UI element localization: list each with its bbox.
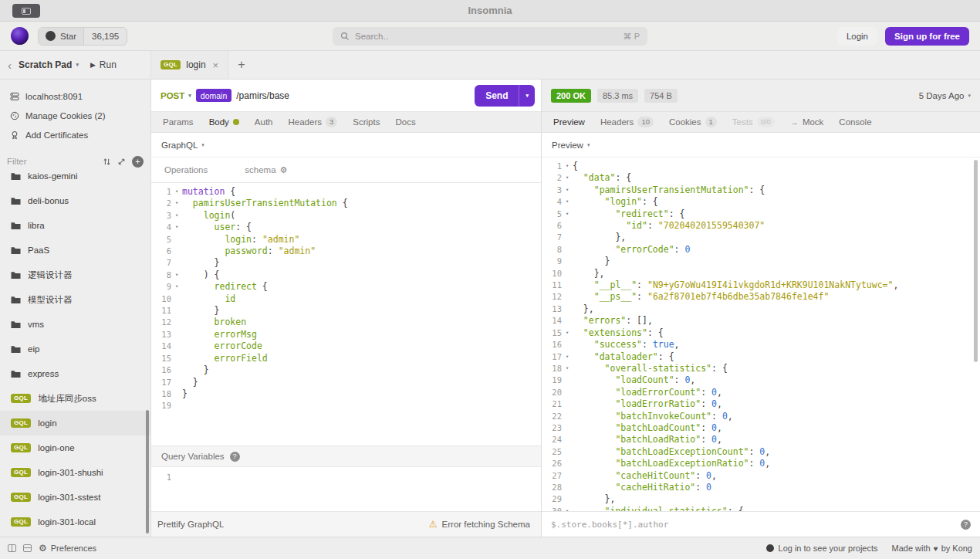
- search-input[interactable]: Search.. ⌘ P: [333, 27, 647, 46]
- sort-icon[interactable]: [103, 158, 111, 166]
- response-tab-headers[interactable]: Headers10: [593, 112, 661, 132]
- url-input[interactable]: /pamirs/base: [236, 90, 289, 101]
- fold-arrow-icon[interactable]: ▾: [562, 506, 573, 511]
- fold-arrow-icon[interactable]: ▾: [562, 363, 573, 374]
- send-options-icon[interactable]: ▾: [519, 93, 535, 99]
- send-button[interactable]: Send ▾: [475, 85, 535, 107]
- login-button[interactable]: Login: [837, 27, 877, 46]
- github-star-button[interactable]: Star 36,195: [38, 27, 127, 46]
- fold-arrow-icon: [562, 374, 573, 386]
- filter-input[interactable]: [7, 154, 96, 169]
- login-hint[interactable]: Log in to see your projects: [766, 544, 878, 553]
- fold-arrow-icon[interactable]: ▾: [562, 185, 573, 196]
- response-tab-tests[interactable]: Tests0/0: [725, 112, 782, 132]
- help-icon[interactable]: ?: [230, 452, 240, 462]
- fold-arrow-icon: [562, 244, 573, 256]
- fold-arrow-icon[interactable]: ▾: [562, 327, 573, 339]
- sidebar-item-地址库同步oss[interactable]: GQL地址库同步oss: [0, 386, 150, 411]
- request-tab-auth[interactable]: Auth: [247, 112, 281, 132]
- cookie-icon: [10, 111, 19, 120]
- request-tab-headers[interactable]: Headers3: [281, 112, 346, 132]
- sidebar-item-login-301-shushi[interactable]: GQLlogin-301-shushi: [0, 460, 150, 485]
- insomnia-logo[interactable]: [11, 27, 29, 45]
- fold-arrow-icon[interactable]: ▾: [171, 281, 182, 293]
- sidebar-item-login-301-sstest[interactable]: GQLlogin-301-sstest: [0, 485, 150, 510]
- console-toggle-icon[interactable]: [8, 544, 16, 552]
- response-filter-input[interactable]: [551, 520, 955, 530]
- response-panel: 200 OK 85.3 ms 754 B 5 Days Ago ▾ Previe…: [542, 80, 980, 537]
- fold-arrow-icon[interactable]: ▾: [562, 172, 573, 184]
- response-tab-mock[interactable]: →Mock: [782, 112, 831, 132]
- signup-button[interactable]: Sign up for free: [885, 27, 969, 46]
- code-line: 22 "batchInvokeCount": 0,: [542, 411, 980, 422]
- fold-arrow-icon[interactable]: ▾: [171, 222, 182, 233]
- preview-mode-dropdown[interactable]: Preview ▾: [542, 133, 980, 158]
- line-number: 18: [542, 363, 562, 374]
- preferences-button[interactable]: ⚙ Preferences: [39, 543, 96, 554]
- sidebar-item-login-one[interactable]: GQLlogin-one: [0, 435, 150, 460]
- run-button[interactable]: ▶ Run: [90, 59, 117, 70]
- new-tab-button[interactable]: +: [238, 58, 245, 72]
- fold-arrow-icon[interactable]: ▾: [562, 161, 573, 172]
- body-type-dropdown[interactable]: GraphQL ▾: [151, 133, 541, 158]
- query-variables-editor[interactable]: 1: [151, 467, 541, 511]
- help-icon[interactable]: ?: [961, 520, 971, 530]
- fold-arrow-icon[interactable]: ▾: [171, 210, 182, 222]
- search-placeholder: Search..: [355, 32, 388, 41]
- sidebar-link-add-certificates[interactable]: Add Certificates: [0, 125, 150, 144]
- env-variable-badge[interactable]: domain: [196, 89, 231, 102]
- code-line: 1▾mutation {: [151, 186, 541, 198]
- request-tab-body[interactable]: Body: [201, 112, 247, 132]
- prettify-button[interactable]: Prettify GraphQL: [157, 520, 224, 529]
- sidebar-item-express[interactable]: express: [0, 361, 150, 386]
- sidebar-item-libra[interactable]: libra: [0, 213, 150, 238]
- fold-arrow-icon[interactable]: ▾: [562, 351, 573, 363]
- request-tab-params[interactable]: Params: [155, 112, 201, 132]
- sidebar-scrollbar[interactable]: [146, 410, 149, 534]
- response-tab-cookies[interactable]: Cookies1: [661, 112, 725, 132]
- request-tab-scripts[interactable]: Scripts: [345, 112, 387, 132]
- sidebar-request-list: kaios-geminideli-bonuslibraPaaS逻辑设计器模型设计…: [0, 172, 150, 537]
- panel-toggle-icon[interactable]: [23, 544, 32, 552]
- line-number: 1: [542, 161, 562, 172]
- tab-login[interactable]: GQLlogin×: [151, 51, 228, 79]
- fold-arrow-icon[interactable]: ▾: [562, 196, 573, 208]
- sidebar-link-localhost-8091[interactable]: localhost:8091: [0, 86, 150, 106]
- response-scrollbar[interactable]: [974, 160, 978, 362]
- sidebar-item-login[interactable]: GQLlogin: [0, 411, 150, 435]
- sidebar-link-manage-cookies-2[interactable]: Manage Cookies (2): [0, 106, 150, 125]
- response-tab-preview[interactable]: Preview: [546, 112, 593, 132]
- expand-icon[interactable]: [117, 158, 126, 166]
- sidebar-item-deli-bonus[interactable]: deli-bonus: [0, 188, 150, 213]
- code-line: 8▾ ) {: [151, 269, 541, 281]
- workspace-dropdown[interactable]: Scratch Pad ▾: [19, 59, 79, 70]
- close-icon[interactable]: ×: [213, 59, 219, 71]
- sidebar-item-login-301-local[interactable]: GQLlogin-301-local: [0, 510, 150, 534]
- graphql-editor[interactable]: 1▾mutation {2▾ pamirsUserTransientMutati…: [151, 183, 541, 446]
- window-controls[interactable]: [12, 4, 40, 18]
- response-body-viewer[interactable]: 1▾{2▾ "data": {3▾ "pamirsUserTransientMu…: [542, 158, 980, 511]
- heart-icon: ♥: [934, 544, 938, 553]
- back-button[interactable]: ‹: [8, 59, 12, 71]
- code-line: 12 broken: [151, 317, 541, 328]
- fold-arrow-icon[interactable]: ▾: [171, 186, 182, 198]
- sidebar-item-模型设计器[interactable]: 模型设计器: [0, 287, 150, 312]
- sidebar-item-paas[interactable]: PaaS: [0, 238, 150, 263]
- line-number: 23: [542, 422, 562, 434]
- sidebar-item-kaios-gemini[interactable]: kaios-gemini: [0, 172, 150, 188]
- request-tab-docs[interactable]: Docs: [387, 112, 423, 132]
- fold-arrow-icon[interactable]: ▾: [171, 198, 182, 209]
- method-dropdown[interactable]: POST ▾: [161, 91, 191, 100]
- response-history-dropdown[interactable]: 5 Days Ago ▾: [919, 91, 971, 100]
- sidebar-item-vms[interactable]: vms: [0, 312, 150, 337]
- fold-arrow-icon: [171, 388, 182, 400]
- response-tab-console[interactable]: Console: [831, 112, 879, 132]
- add-request-button[interactable]: +: [132, 156, 144, 168]
- sidebar-item-eip[interactable]: eip: [0, 337, 150, 361]
- code-line: 9 }: [542, 256, 980, 267]
- fold-arrow-icon[interactable]: ▾: [171, 269, 182, 281]
- schema-button[interactable]: schema ⚙: [245, 165, 287, 175]
- fold-arrow-icon[interactable]: ▾: [562, 208, 573, 220]
- line-number: 10: [151, 293, 171, 305]
- sidebar-item-逻辑设计器[interactable]: 逻辑设计器: [0, 263, 150, 287]
